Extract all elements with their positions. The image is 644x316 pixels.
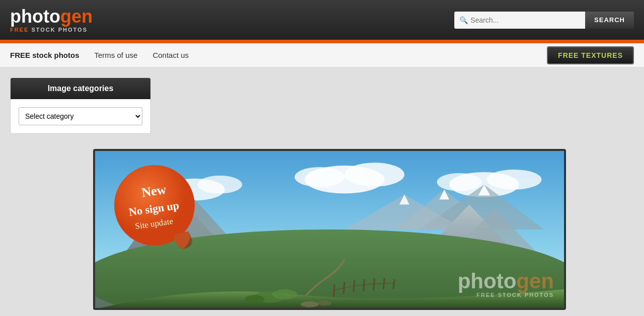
main-content: Image categories Select category Animals… xyxy=(0,67,644,316)
svg-point-6 xyxy=(437,173,481,191)
svg-point-32 xyxy=(317,301,332,306)
search-area: 🔍 SEARCH xyxy=(454,12,634,29)
svg-point-5 xyxy=(487,170,541,190)
svg-line-27 xyxy=(393,279,394,289)
nav-contact[interactable]: Contact us xyxy=(152,51,189,59)
svg-point-3 xyxy=(295,167,345,187)
categories-header: Image categories xyxy=(11,78,150,99)
svg-point-30 xyxy=(272,289,297,299)
watermark-photo: photo xyxy=(458,269,517,293)
logo-photo: photo xyxy=(10,6,60,27)
svg-point-31 xyxy=(300,301,318,307)
logo-text: photogen xyxy=(10,8,93,26)
navbar: FREE stock photos Terms of use Contact u… xyxy=(0,43,644,67)
nav-links: FREE stock photos Terms of use Contact u… xyxy=(10,51,189,59)
categories-title: Image categories xyxy=(48,84,114,93)
logo-gen: gen xyxy=(60,6,93,27)
svg-point-29 xyxy=(245,295,265,304)
svg-point-8 xyxy=(197,176,242,194)
logo-stock: STOCK PHOTOS xyxy=(31,27,88,33)
content-row: Image categories Select category Animals… xyxy=(10,77,634,310)
logo[interactable]: photogen FREE STOCK PHOTOS xyxy=(10,8,93,33)
nav-terms[interactable]: Terms of use xyxy=(95,51,138,59)
logo-tagline: FREE STOCK PHOTOS xyxy=(10,27,88,33)
search-icon: 🔍 xyxy=(459,16,468,24)
svg-point-2 xyxy=(345,163,405,187)
category-select[interactable]: Select category Animals Architecture Bus… xyxy=(19,107,142,125)
watermark-logo: photogen xyxy=(458,271,554,292)
promo-sticker: New No sign up Site update xyxy=(110,161,198,249)
free-textures-button[interactable]: FREE TEXTURES xyxy=(547,46,634,64)
categories-box: Image categories Select category Animals… xyxy=(10,77,151,134)
banner-image: New No sign up Site update photogen FREE… xyxy=(93,149,566,310)
watermark-gen: gen xyxy=(516,269,554,293)
logo-free: FREE xyxy=(10,27,31,33)
search-button[interactable]: SEARCH xyxy=(585,12,634,29)
search-input[interactable] xyxy=(454,12,585,29)
categories-body: Select category Animals Architecture Bus… xyxy=(11,99,150,133)
nav-free-stock[interactable]: FREE stock photos xyxy=(10,51,79,59)
watermark: photogen FREE STOCK PHOTOS xyxy=(458,271,554,298)
banner-container: New No sign up Site update photogen FREE… xyxy=(25,149,634,310)
svg-line-24 xyxy=(363,279,364,291)
site-header: photogen FREE STOCK PHOTOS 🔍 SEARCH xyxy=(0,0,644,41)
search-input-wrap: 🔍 xyxy=(454,12,585,29)
